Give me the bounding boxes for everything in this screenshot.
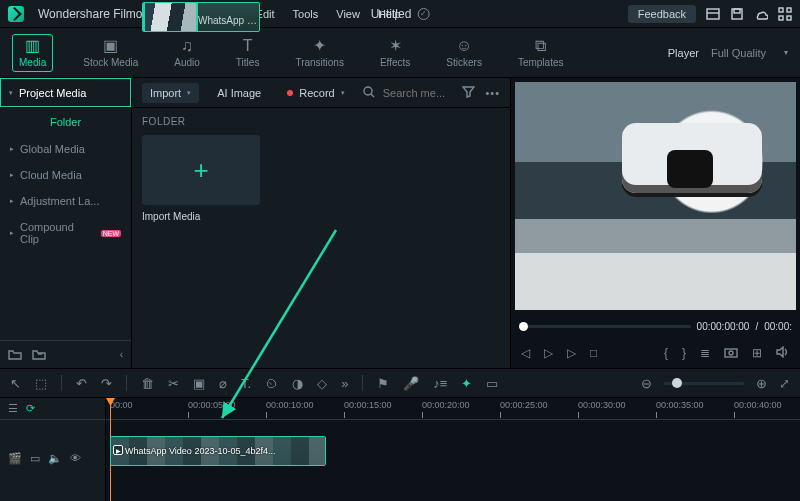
voiceover-icon[interactable]: 🎤 xyxy=(403,376,419,391)
text-tool-icon[interactable]: T. xyxy=(241,376,251,391)
import-button[interactable]: Import▾ xyxy=(142,83,199,103)
video-track[interactable]: ▶ WhatsApp Video 2023-10-05_4b2f4... xyxy=(106,434,800,468)
render-icon[interactable]: ▭ xyxy=(486,376,498,391)
new-folder-icon[interactable] xyxy=(8,348,22,362)
cloud-icon[interactable] xyxy=(754,7,768,21)
tab-stickers-label: Stickers xyxy=(446,57,482,68)
media-icon: ▥ xyxy=(25,38,40,54)
mark-out-icon[interactable]: } xyxy=(682,346,686,360)
tab-stock-media[interactable]: ▣Stock Media xyxy=(77,35,144,71)
new-bin-icon[interactable] xyxy=(32,348,46,362)
pointer-tool-icon[interactable]: ↖ xyxy=(10,376,21,391)
transitions-icon: ✦ xyxy=(313,38,326,54)
folder-header: Folder xyxy=(0,108,131,136)
zoom-slider[interactable] xyxy=(664,382,744,385)
delete-icon[interactable]: 🗑 xyxy=(141,376,154,391)
chevron-down-icon: ▾ xyxy=(9,89,13,97)
timeline-ruler[interactable]: 00:0000:00:05:0000:00:10:0000:00:15:0000… xyxy=(106,398,800,420)
more-icon[interactable]: ••• xyxy=(485,87,500,99)
save-icon[interactable] xyxy=(730,7,744,21)
document-title[interactable]: Untitled xyxy=(371,7,412,21)
project-media-button[interactable]: ▾ Project Media xyxy=(0,78,131,107)
sidebar-item-cloud-media[interactable]: ▸Cloud Media xyxy=(0,162,131,188)
marker-icon[interactable]: ⚑ xyxy=(377,376,389,391)
sidebar-item-global-media[interactable]: ▸Global Media xyxy=(0,136,131,162)
zoom-knob-icon[interactable] xyxy=(672,378,682,388)
menu-tools[interactable]: Tools xyxy=(293,8,319,20)
crop-icon[interactable]: ▣ xyxy=(193,376,205,391)
feedback-button[interactable]: Feedback xyxy=(628,5,696,23)
record-button[interactable]: Record▾ xyxy=(279,83,352,103)
snapshot-icon[interactable] xyxy=(724,346,738,361)
tab-transitions[interactable]: ✦Transitions xyxy=(289,35,350,71)
more-tools-icon[interactable]: » xyxy=(341,376,348,391)
timeline-clip-label: WhatsApp Video 2023-10-05_4b2f4... xyxy=(111,446,275,456)
settings-quality-icon[interactable]: ⊞ xyxy=(752,346,762,360)
import-media-tile[interactable]: + Import Media xyxy=(142,135,260,222)
timeline-link-icon[interactable]: ⟳ xyxy=(26,402,35,415)
new-badge: NEW xyxy=(101,230,121,237)
ai-image-button[interactable]: AI Image xyxy=(209,83,269,103)
collapse-sidebar-icon[interactable]: ‹ xyxy=(120,349,123,360)
redo-icon[interactable]: ↷ xyxy=(101,376,112,391)
preview-progress[interactable] xyxy=(519,325,691,328)
ruler-tick: 00:00:30:00 xyxy=(578,400,626,410)
mark-in-icon[interactable]: { xyxy=(664,346,668,360)
color-icon[interactable]: ◑ xyxy=(292,376,303,391)
search-input[interactable] xyxy=(381,86,449,100)
player-quality-select[interactable]: Full Quality ▾ xyxy=(711,47,788,59)
tab-audio-label: Audio xyxy=(174,57,200,68)
ruler-tick: 00:00:15:00 xyxy=(344,400,392,410)
layout-icon[interactable] xyxy=(706,7,720,21)
sidebar-item-label: Adjustment La... xyxy=(20,195,100,207)
play-forward-icon[interactable]: ▷ xyxy=(567,346,576,360)
filter-icon[interactable] xyxy=(462,85,475,100)
stop-icon[interactable]: □ xyxy=(590,346,597,360)
svg-rect-5 xyxy=(787,8,791,12)
svg-point-12 xyxy=(729,351,733,355)
timeline-list-icon[interactable]: ☰ xyxy=(8,402,18,415)
chevron-down-icon: ▾ xyxy=(341,89,345,97)
tab-stickers[interactable]: ☺Stickers xyxy=(440,35,488,71)
sidebar-item-adjustment-layer[interactable]: ▸Adjustment La... xyxy=(0,188,131,214)
zoom-in-icon[interactable]: ⊕ xyxy=(756,376,767,391)
chevron-right-icon: ▸ xyxy=(10,197,14,205)
marker-list-icon[interactable]: ≣ xyxy=(700,346,710,360)
zoom-out-icon[interactable]: ⊖ xyxy=(641,376,652,391)
tab-media-label: Media xyxy=(19,57,46,68)
timeline-clip[interactable]: ▶ WhatsApp Video 2023-10-05_4b2f4... xyxy=(110,436,326,466)
preview-viewport[interactable] xyxy=(515,82,796,310)
tab-titles[interactable]: TTitles xyxy=(230,35,266,71)
tab-audio[interactable]: ♫Audio xyxy=(168,35,206,71)
tab-media[interactable]: ▥Media xyxy=(12,34,53,72)
speed-icon[interactable]: ⏲ xyxy=(265,376,278,391)
split-icon[interactable]: ✂ xyxy=(168,376,179,391)
tab-templates[interactable]: ⧉Templates xyxy=(512,35,570,71)
select-tool-icon[interactable]: ⬚ xyxy=(35,376,47,391)
volume-icon[interactable] xyxy=(776,346,790,361)
svg-line-10 xyxy=(371,94,374,97)
tab-effects[interactable]: ✶Effects xyxy=(374,35,416,71)
sidebar-item-label: Compound Clip xyxy=(20,221,93,245)
track-lock-icon[interactable]: ▭ xyxy=(30,452,40,465)
zoom-fit-icon[interactable]: ⤢ xyxy=(779,376,790,391)
prev-frame-icon[interactable]: ◁ xyxy=(521,346,530,360)
track-eye-icon[interactable]: 👁 xyxy=(70,452,81,464)
progress-knob-icon[interactable] xyxy=(519,322,528,331)
track-visible-icon[interactable]: 🔈 xyxy=(48,452,62,465)
undo-icon[interactable]: ↶ xyxy=(76,376,87,391)
mixer-icon[interactable]: ♪≡ xyxy=(433,376,447,391)
keyframe-icon[interactable]: ◇ xyxy=(317,376,327,391)
link-icon[interactable]: ⌀ xyxy=(219,376,227,391)
preview-time-current: 00:00:00:00 xyxy=(697,321,750,332)
menu-view[interactable]: View xyxy=(336,8,360,20)
apps-icon[interactable] xyxy=(778,7,792,21)
timeline: ☰ ⟳ 🎬 ▭ 🔈 👁 00:0000:00:05:0000:00:10:000… xyxy=(0,398,800,501)
preview-panel: 00:00:00:00 / 00:00: ◁ ▷ ▷ □ { } ≣ ⊞ xyxy=(510,78,800,368)
sidebar-item-compound-clip[interactable]: ▸Compound ClipNEW xyxy=(0,214,131,252)
player-label: Player xyxy=(668,47,699,59)
play-icon[interactable]: ▷ xyxy=(544,346,553,360)
chevron-right-icon: ▸ xyxy=(10,171,14,179)
search-icon xyxy=(363,86,375,100)
auto-beat-icon[interactable]: ✦ xyxy=(461,376,472,391)
